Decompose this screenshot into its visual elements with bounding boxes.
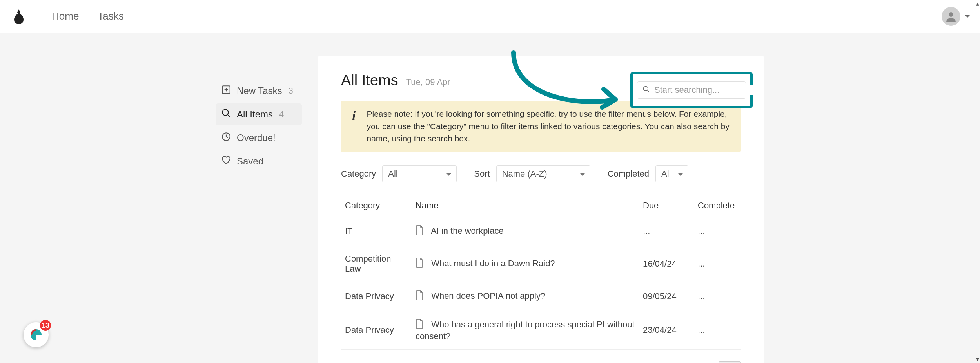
search-box[interactable] <box>637 81 746 99</box>
clock-icon <box>221 132 231 144</box>
sidebar-item-label: Overdue! <box>237 132 276 143</box>
search-icon <box>221 108 231 121</box>
cell-category: Data Privacy <box>341 282 412 311</box>
cell-due: 16/04/24 <box>639 246 694 282</box>
heart-icon <box>221 155 231 168</box>
sidebar-item-label: All Items <box>237 109 273 120</box>
app-logo[interactable] <box>9 7 28 26</box>
search-input[interactable] <box>654 85 762 95</box>
results-per-page-select[interactable]: 50 <box>719 361 741 363</box>
cell-category: Data Privacy <box>341 311 412 349</box>
scroll-marker-top-icon: ▴ <box>976 0 979 7</box>
cell-name: Who has a general right to process speci… <box>412 311 639 349</box>
svg-point-4 <box>222 109 228 115</box>
sidebar-item-all-items[interactable]: All Items 4 <box>216 103 302 125</box>
document-icon <box>416 258 423 270</box>
table-row[interactable]: Competition Law What must I do in a Dawn… <box>341 246 741 282</box>
nav-right <box>942 7 971 26</box>
cell-due: ... <box>639 217 694 246</box>
nav-link-tasks[interactable]: Tasks <box>98 10 123 22</box>
search-highlight-marker <box>630 72 753 108</box>
completed-filter-value: All <box>661 169 671 179</box>
info-text: Please note: If you're looking for somet… <box>367 108 730 145</box>
row-name-text: Who has a general right to process speci… <box>416 319 635 341</box>
panel-title: All Items <box>341 72 398 89</box>
results-per-page-row: Results per page: 50 <box>341 361 741 363</box>
top-nav: Home Tasks <box>0 0 980 33</box>
plus-square-icon <box>221 85 231 97</box>
cell-due: 09/05/24 <box>639 282 694 311</box>
cell-complete: ... <box>694 311 741 349</box>
search-icon <box>642 85 650 95</box>
chevron-down-icon <box>446 169 452 179</box>
sidebar-item-count: 3 <box>289 86 293 96</box>
info-callout: i Please note: If you're looking for som… <box>341 101 741 152</box>
sidebar: New Tasks 3 All Items 4 Overdue! <box>216 56 302 363</box>
panel-date: Tue, 09 Apr <box>406 77 450 87</box>
category-filter-value: All <box>388 169 397 179</box>
svg-line-10 <box>648 90 650 92</box>
cell-name: What must I do in a Dawn Raid? <box>412 246 639 282</box>
document-icon <box>416 319 423 331</box>
filter-bar: Category All Sort Name (A-Z) Completed A… <box>341 165 741 182</box>
sidebar-item-label: New Tasks <box>237 85 282 96</box>
avatar[interactable] <box>942 7 960 26</box>
sort-filter-label: Sort <box>474 169 490 179</box>
chat-badge: 13 <box>40 320 51 331</box>
cell-due: 23/04/24 <box>639 311 694 349</box>
completed-filter-select[interactable]: All <box>655 165 688 182</box>
cell-complete: ... <box>694 282 741 311</box>
cell-complete: ... <box>694 217 741 246</box>
items-table: Category Name Due Complete IT AI in the … <box>341 194 741 350</box>
document-icon <box>416 225 423 238</box>
sort-filter-select[interactable]: Name (A-Z) <box>496 165 590 182</box>
sidebar-item-overdue[interactable]: Overdue! <box>216 127 302 149</box>
sort-filter-value: Name (A-Z) <box>502 169 547 179</box>
nav-links: Home Tasks <box>52 10 124 22</box>
category-filter-label: Category <box>341 169 376 179</box>
svg-point-0 <box>949 12 953 17</box>
page-inner: New Tasks 3 All Items 4 Overdue! <box>216 56 764 363</box>
info-icon: i <box>352 109 356 123</box>
nav-link-home[interactable]: Home <box>52 10 79 22</box>
svg-line-5 <box>227 114 230 117</box>
cell-name: When does POPIA not apply? <box>412 282 639 311</box>
cell-name: AI in the workplace <box>412 217 639 246</box>
row-name-text: When does POPIA not apply? <box>431 291 545 300</box>
row-name-text: AI in the workplace <box>431 226 504 235</box>
table-row[interactable]: Data Privacy When does POPIA not apply? … <box>341 282 741 311</box>
sidebar-item-new-tasks[interactable]: New Tasks 3 <box>216 80 302 102</box>
sidebar-item-label: Saved <box>237 156 263 167</box>
scroll-marker-bottom-icon: ▾ <box>976 356 979 363</box>
cell-category: Competition Law <box>341 246 412 282</box>
chevron-down-icon <box>580 169 585 179</box>
col-header-complete: Complete <box>694 194 741 217</box>
sidebar-item-saved[interactable]: Saved <box>216 150 302 172</box>
sidebar-item-count: 4 <box>279 109 284 119</box>
page-wrap: New Tasks 3 All Items 4 Overdue! <box>0 33 980 363</box>
col-header-due: Due <box>639 194 694 217</box>
col-header-name: Name <box>412 194 639 217</box>
table-row[interactable]: IT AI in the workplace ... ... <box>341 217 741 246</box>
svg-line-8 <box>226 137 228 137</box>
cell-category: IT <box>341 217 412 246</box>
user-menu-caret-icon[interactable] <box>964 13 971 20</box>
col-header-category: Category <box>341 194 412 217</box>
main-panel: All Items Tue, 09 Apr <box>318 56 764 363</box>
cell-complete: ... <box>694 246 741 282</box>
document-icon <box>416 290 423 303</box>
chat-widget[interactable]: 13 <box>24 322 49 347</box>
svg-point-9 <box>644 87 648 91</box>
table-row[interactable]: Data Privacy Who has a general right to … <box>341 311 741 349</box>
completed-filter-label: Completed <box>608 169 649 179</box>
category-filter-select[interactable]: All <box>382 165 457 182</box>
row-name-text: What must I do in a Dawn Raid? <box>431 258 555 268</box>
chevron-down-icon <box>678 169 683 179</box>
